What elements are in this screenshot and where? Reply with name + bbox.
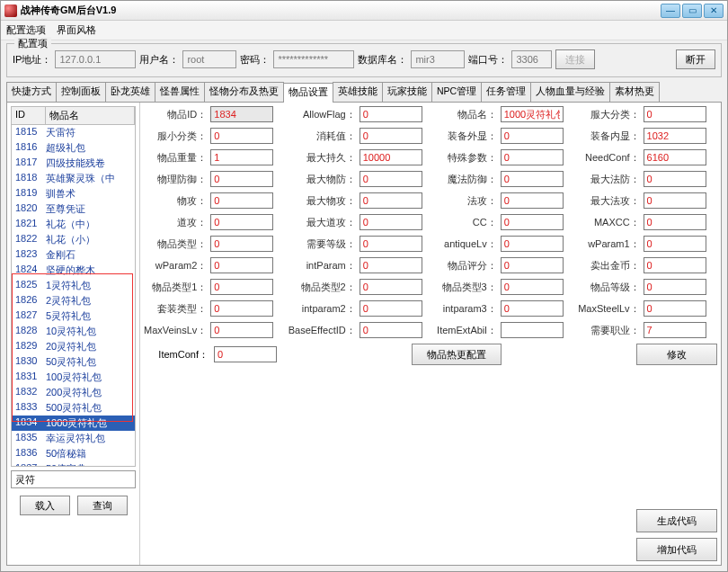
field-input[interactable] — [210, 128, 273, 144]
field-input[interactable] — [501, 192, 564, 209]
list-item[interactable]: 1823金刚石 — [12, 247, 135, 263]
list-item[interactable]: 18262灵符礼包 — [12, 293, 135, 308]
list-item[interactable]: 183750倍宝典 — [12, 461, 135, 467]
field-input[interactable] — [644, 300, 706, 317]
tab-6[interactable]: 英雄技能 — [333, 82, 383, 102]
field-input[interactable] — [360, 236, 422, 252]
field-input[interactable] — [644, 279, 706, 295]
field-input[interactable] — [501, 214, 564, 230]
minimize-button[interactable]: — — [661, 4, 680, 18]
list-item[interactable]: 1820至尊凭证 — [12, 201, 135, 217]
list-item[interactable]: 182920灵符礼包 — [12, 339, 135, 354]
list-item[interactable]: 1832200灵符礼包 — [12, 385, 135, 400]
field-input[interactable] — [210, 300, 273, 317]
tab-11[interactable]: 素材热更 — [609, 82, 660, 102]
list-item[interactable]: 1816超级礼包 — [12, 140, 135, 156]
close-button[interactable]: ✕ — [704, 4, 724, 18]
tab-0[interactable]: 快捷方式 — [6, 82, 57, 102]
search-input[interactable] — [11, 470, 136, 488]
list-item[interactable]: 1824坚硬的桦木 — [12, 263, 135, 278]
tab-9[interactable]: 任务管理 — [481, 82, 531, 102]
load-button[interactable]: 载入 — [20, 496, 70, 515]
field-input[interactable] — [210, 322, 273, 338]
tab-1[interactable]: 控制面板 — [56, 82, 106, 102]
field-input[interactable] — [644, 192, 706, 209]
list-item[interactable]: 1822礼花（小） — [12, 232, 135, 247]
field-input[interactable] — [644, 322, 706, 338]
gencode-button[interactable]: 生成代码 — [636, 509, 717, 532]
db-input[interactable] — [411, 50, 465, 68]
list-item[interactable]: 1818英雄聚灵珠（中 — [12, 171, 135, 186]
list-item[interactable]: 183650倍秘籍 — [12, 446, 135, 461]
disconnect-button[interactable]: 断开 — [676, 49, 715, 69]
field-input[interactable] — [501, 236, 564, 252]
field-input[interactable] — [501, 171, 564, 187]
addcode-button[interactable]: 增加代码 — [636, 538, 717, 561]
connect-button[interactable]: 连接 — [555, 49, 595, 69]
user-input[interactable] — [182, 50, 236, 68]
field-input[interactable] — [644, 128, 706, 144]
field-input[interactable] — [644, 106, 706, 122]
tab-10[interactable]: 人物血量与经验 — [530, 82, 610, 102]
field-input[interactable] — [360, 279, 422, 295]
list-item[interactable]: 1821礼花（中） — [12, 217, 135, 232]
field-input[interactable] — [501, 128, 564, 144]
field-input[interactable] — [210, 214, 273, 230]
tab-5[interactable]: 物品设置 — [283, 83, 333, 103]
field-input[interactable] — [501, 300, 564, 317]
port-input[interactable] — [511, 50, 552, 68]
ip-input[interactable] — [55, 50, 136, 68]
list-item[interactable]: 18341000灵符礼包 — [12, 416, 135, 431]
list-item[interactable]: 18251灵符礼包 — [12, 278, 135, 293]
tab-2[interactable]: 卧龙英雄 — [105, 82, 155, 102]
tab-3[interactable]: 怪兽属性 — [155, 82, 205, 102]
field-input[interactable] — [210, 106, 273, 122]
field-input[interactable] — [360, 257, 422, 273]
field-input[interactable] — [501, 322, 564, 338]
field-input[interactable] — [360, 128, 422, 144]
pwd-input[interactable] — [273, 50, 354, 68]
field-input[interactable] — [644, 257, 706, 273]
field-input[interactable] — [210, 257, 273, 273]
field-input[interactable] — [644, 236, 706, 252]
list-item[interactable]: 183050灵符礼包 — [12, 354, 135, 370]
field-input[interactable] — [210, 192, 273, 209]
field-input[interactable] — [360, 149, 422, 165]
field-input[interactable] — [644, 149, 706, 165]
list-item[interactable]: 1815天雷符 — [12, 125, 135, 140]
field-input[interactable] — [210, 149, 273, 165]
field-input[interactable] — [210, 279, 273, 295]
itemconf-input[interactable] — [214, 346, 277, 362]
field-input[interactable] — [644, 171, 706, 187]
field-input[interactable] — [210, 171, 273, 187]
menu-style[interactable]: 界面风格 — [57, 23, 96, 37]
item-list[interactable]: 1815天雷符1816超级礼包1817四级技能残卷1818英雄聚灵珠（中1819… — [11, 125, 136, 467]
field-input[interactable] — [360, 106, 422, 122]
list-item[interactable]: 1833500灵符礼包 — [12, 400, 135, 416]
list-item[interactable]: 1835幸运灵符礼包 — [12, 431, 135, 446]
hotupdate-button[interactable]: 物品热更配置 — [412, 344, 502, 365]
list-item[interactable]: 1817四级技能残卷 — [12, 156, 135, 171]
tab-7[interactable]: 玩家技能 — [382, 82, 432, 102]
field-input[interactable] — [360, 171, 422, 187]
field-input[interactable] — [501, 106, 564, 122]
field-input[interactable] — [360, 300, 422, 317]
list-item[interactable]: 1831100灵符礼包 — [12, 370, 135, 385]
field-input[interactable] — [210, 236, 273, 252]
menu-config[interactable]: 配置选项 — [6, 23, 46, 37]
field-input[interactable] — [360, 322, 422, 338]
query-button[interactable]: 查询 — [77, 496, 128, 515]
maximize-button[interactable]: ▭ — [682, 4, 702, 18]
field-input[interactable] — [501, 149, 564, 165]
tab-4[interactable]: 怪物分布及热更 — [204, 82, 284, 102]
field-input[interactable] — [360, 214, 422, 230]
field-input[interactable] — [360, 192, 422, 209]
field-input[interactable] — [644, 214, 706, 230]
list-item[interactable]: 18275灵符礼包 — [12, 308, 135, 324]
tab-8[interactable]: NPC管理 — [431, 82, 482, 102]
field-input[interactable] — [501, 279, 564, 295]
modify-button[interactable]: 修改 — [636, 344, 717, 365]
list-item[interactable]: 1819驯兽术 — [12, 186, 135, 201]
field-input[interactable] — [501, 257, 564, 273]
list-item[interactable]: 182810灵符礼包 — [12, 324, 135, 339]
